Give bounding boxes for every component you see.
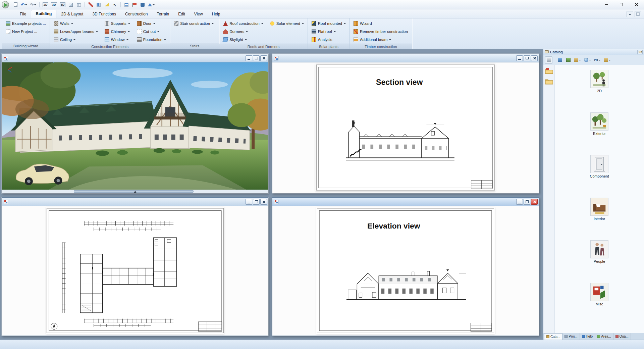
tab-quantities[interactable]: Qua... <box>613 333 631 340</box>
horizontal-scrollbar[interactable] <box>2 190 268 193</box>
ribbon-item-remove-timber-construction[interactable]: Remove timber construction <box>352 28 409 36</box>
ribbon-item-analysis[interactable]: Analysis <box>310 36 347 44</box>
menu-tab-file[interactable]: File <box>15 10 31 18</box>
title-bar[interactable]: 2D 3D 3D <box>0 0 644 9</box>
ribbon-item-skylight[interactable]: Skylight <box>222 36 265 44</box>
ribbon-item-lower-upper-beams[interactable]: Lower/upper beams <box>52 28 99 36</box>
window-restore-button[interactable] <box>524 199 530 205</box>
window-close-button[interactable] <box>260 199 267 205</box>
hatch-button[interactable] <box>95 1 102 8</box>
elevation-sheet-viewport[interactable]: Elevation view <box>272 206 539 336</box>
window-minimize-button[interactable] <box>516 55 523 61</box>
collapse-ribbon-button[interactable] <box>627 11 633 17</box>
redline-pen-button[interactable] <box>87 1 94 8</box>
window-arrange-button[interactable] <box>635 11 641 17</box>
3d-viewport[interactable] <box>2 62 268 193</box>
section-view-button[interactable] <box>67 1 74 8</box>
window-titlebar[interactable] <box>2 198 268 206</box>
ribbon-item-timber-wizard[interactable]: Wizard <box>352 19 409 28</box>
window-restore-button[interactable] <box>253 55 260 61</box>
layers-button[interactable] <box>123 1 130 8</box>
ribbon-item-flat-roof[interactable]: Flat roof <box>310 28 347 36</box>
catalog-item-2d[interactable]: 2D <box>590 70 608 93</box>
folder-icon[interactable] <box>545 68 553 74</box>
catalog-textures-button[interactable] <box>565 56 572 64</box>
ribbon-item-dormers[interactable]: Dormers <box>222 28 265 36</box>
ribbon-item-foundation[interactable]: Foundation <box>136 36 168 44</box>
catalog-2d-view-button[interactable]: 2D <box>593 56 602 64</box>
app-maximize-button[interactable] <box>614 0 629 9</box>
menu-tab-3d-functions[interactable]: 3D Functions <box>88 10 120 18</box>
paint-button[interactable] <box>139 1 146 8</box>
menu-tab-help[interactable]: Help <box>208 10 225 18</box>
window-titlebar[interactable] <box>272 198 539 206</box>
ribbon-item-new-project[interactable]: New Project ... <box>4 28 47 36</box>
catalog-panel-header[interactable]: Catalog <box>543 49 644 55</box>
tab-help[interactable]: Help <box>580 333 595 340</box>
view-3d-button[interactable]: 3D <box>50 1 58 8</box>
window-titlebar[interactable] <box>272 54 539 62</box>
catalog-web-button[interactable] <box>583 56 592 64</box>
app-logo-icon[interactable] <box>2 1 9 8</box>
catalog-item-component[interactable]: Component <box>590 155 609 178</box>
window-minimize-button[interactable] <box>246 199 252 205</box>
ribbon-item-additional-beam[interactable]: Additional beam <box>352 36 409 44</box>
window-restore-button[interactable] <box>253 199 260 205</box>
select-tool-button[interactable] <box>111 1 118 8</box>
plan-sheet-viewport[interactable] <box>2 206 268 336</box>
catalog-objects-button[interactable] <box>556 56 564 64</box>
view-2d-button[interactable]: 2D <box>42 1 50 8</box>
tab-label: Area... <box>601 335 611 338</box>
ribbon-item-chimney[interactable]: Chimney <box>103 28 131 36</box>
window-close-button[interactable] <box>531 199 538 205</box>
tab-area[interactable]: Area... <box>595 333 613 340</box>
ribbon-item-door[interactable]: Door <box>136 19 168 28</box>
app-close-button[interactable] <box>629 0 644 9</box>
catalog-extra-button[interactable] <box>603 56 612 64</box>
window-titlebar[interactable] <box>2 54 268 62</box>
ribbon-item-window[interactable]: Window <box>103 36 131 44</box>
ribbon-item-cut-out[interactable]: Cut-out <box>136 28 168 36</box>
menu-tab-2d-layout[interactable]: 2D & Layout <box>57 10 88 18</box>
tab-catalog[interactable]: Cata... <box>544 333 562 340</box>
window-restore-button[interactable] <box>524 55 530 61</box>
catalog-item-people[interactable]: People <box>590 240 608 263</box>
flag-button[interactable] <box>131 1 138 8</box>
catalog-folder-button[interactable] <box>545 56 552 64</box>
catalog-menu-button[interactable] <box>637 50 643 54</box>
ribbon-item-solar-element[interactable]: Solar element <box>269 19 305 28</box>
catalog-symbols-button[interactable] <box>573 56 582 64</box>
app-minimize-button[interactable] <box>599 0 614 9</box>
window-close-button[interactable] <box>531 55 538 61</box>
menu-tab-construction[interactable]: Construction <box>121 10 152 18</box>
catalog-item-interior[interactable]: Interior <box>590 198 608 221</box>
ribbon-group-label: Building wizard <box>2 43 50 49</box>
measure-button[interactable] <box>103 1 110 8</box>
ribbon-item-ceiling[interactable]: Ceiling <box>52 36 99 44</box>
new-document-button[interactable] <box>12 1 19 8</box>
new-window-button[interactable] <box>147 1 156 8</box>
ribbon-item-supports[interactable]: Supports <box>103 19 131 28</box>
undo-button[interactable] <box>20 1 28 8</box>
menu-tab-view[interactable]: View <box>190 10 207 18</box>
folder-icon[interactable] <box>545 78 553 85</box>
menu-tab-terrain[interactable]: Terrain <box>152 10 173 18</box>
ribbon-item-example-projects[interactable]: Example projects ... <box>4 19 47 28</box>
ribbon-item-walls[interactable]: Walls <box>52 19 99 28</box>
ribbon-item-stair-construction[interactable]: Stair construction <box>172 19 215 28</box>
catalog-item-exterior[interactable]: Exterior <box>590 112 608 136</box>
ribbon-item-label: Flat roof <box>318 30 332 34</box>
window-minimize-button[interactable] <box>516 199 523 205</box>
grid-button[interactable] <box>75 1 83 8</box>
catalog-item-misc[interactable]: Misc <box>590 283 608 306</box>
new-3d-view-button[interactable]: 3D <box>59 1 67 8</box>
menu-tab-building[interactable]: Building <box>31 10 56 18</box>
window-minimize-button[interactable] <box>246 55 252 61</box>
tab-project[interactable]: Proj... <box>562 333 580 340</box>
ribbon-item-roof-construction[interactable]: Roof construction <box>222 19 265 28</box>
ribbon-item-roof-mounted[interactable]: Roof mounted <box>310 19 347 28</box>
section-sheet-viewport[interactable]: Section view <box>272 62 539 193</box>
redo-button[interactable] <box>29 1 37 8</box>
window-close-button[interactable] <box>260 55 267 61</box>
menu-tab-edit[interactable]: Edit <box>174 10 190 18</box>
